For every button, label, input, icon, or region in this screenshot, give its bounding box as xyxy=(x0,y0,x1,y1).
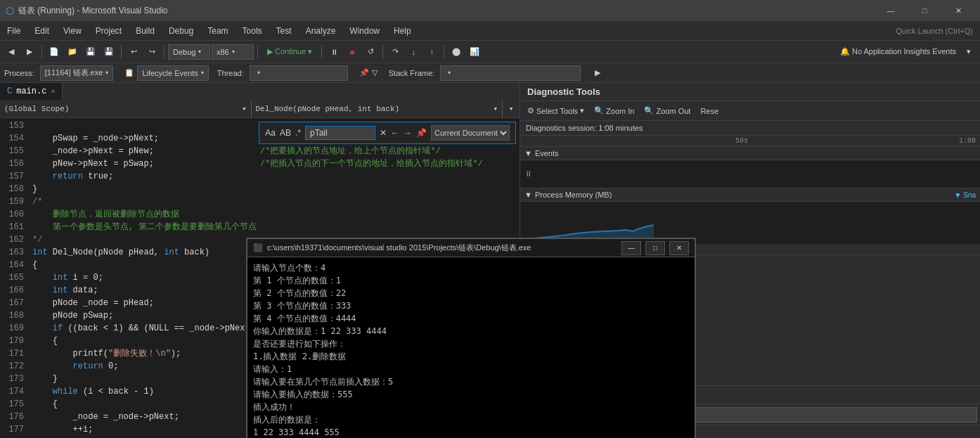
app-icon: ⬡ xyxy=(6,5,14,16)
step-into-button[interactable]: ↓ xyxy=(405,44,422,60)
select-tools-button[interactable]: ⚙ Select Tools ▾ xyxy=(524,103,587,119)
thread-label: Thread: xyxy=(217,69,244,77)
window-controls: — □ ✕ xyxy=(875,0,974,21)
diagnostics-header: Diagnostic Tools xyxy=(520,83,980,101)
platform-label: x86 xyxy=(217,48,229,56)
tab-main-c[interactable]: C main.c ✕ xyxy=(0,83,63,100)
expand-editor-button[interactable]: ▾ xyxy=(503,101,520,117)
perf-button[interactable]: 📊 xyxy=(466,44,483,60)
step-out-button[interactable]: ↑ xyxy=(423,44,440,60)
events-area: ⏸ xyxy=(520,160,980,188)
pin-find-icon[interactable]: 📌 xyxy=(416,128,427,138)
debug-mode-dropdown[interactable]: Debug ▾ xyxy=(168,44,210,60)
process-memory-label: Process Memory (MB) xyxy=(535,191,612,199)
debug-bar: Process: [11164] 链表.exe ▾ 📋 Lifecycle Ev… xyxy=(0,63,980,83)
maximize-button[interactable]: □ xyxy=(908,0,941,21)
menu-test[interactable]: Test xyxy=(269,21,299,41)
find-input[interactable] xyxy=(305,126,375,140)
console-content[interactable]: 请输入节点个数：4第 1 个节点的数值：1第 2 个节点的数值：22第 3 个节… xyxy=(247,257,695,438)
editor-header: (Global Scope) ▾ Del_Node(pNode pHead, i… xyxy=(0,100,520,118)
reset-label: Rese xyxy=(700,107,718,115)
separator-4 xyxy=(257,45,258,59)
timeline-labels: 50s 1:00 xyxy=(520,136,980,147)
open-file-button[interactable]: 📁 xyxy=(64,44,81,60)
title-bar: ⬡ 链表 (Running) - Microsoft Visual Studio… xyxy=(0,0,980,21)
zoom-in-button[interactable]: 🔍 Zoom In xyxy=(591,103,637,119)
zoom-out-label: Zoom Out xyxy=(656,107,690,115)
save-button[interactable]: 💾 xyxy=(82,44,99,60)
triangle-icon: ▼ xyxy=(524,191,532,199)
redo-button[interactable]: ↪ xyxy=(143,44,160,60)
pause-button[interactable]: ⏸ xyxy=(325,44,342,60)
separator-7 xyxy=(444,45,444,59)
reset-zoom-button[interactable]: Rese xyxy=(697,103,721,119)
zoom-out-icon: 🔍 xyxy=(644,106,654,115)
ab-button[interactable]: AB xyxy=(280,128,291,138)
scope-dropdown[interactable]: (Global Scope) ▾ xyxy=(0,100,252,118)
menu-window[interactable]: Window xyxy=(342,21,387,41)
stop-button[interactable]: ■ xyxy=(344,44,361,60)
session-text: Diagnostics session: 1:08 minutes xyxy=(526,124,643,132)
step-over-button[interactable]: ↷ xyxy=(387,44,404,60)
console-maximize-button[interactable]: □ xyxy=(645,241,665,255)
insights-settings[interactable]: ▾ xyxy=(960,44,977,60)
new-file-button[interactable]: 📄 xyxy=(46,44,63,60)
debug-mode-label: Debug xyxy=(173,48,195,56)
filter-icon: ▽ xyxy=(372,68,378,77)
scope-select[interactable]: Current Document xyxy=(431,125,510,141)
console-close-button[interactable]: ✕ xyxy=(669,241,689,255)
menu-build[interactable]: Build xyxy=(129,21,162,41)
menu-view[interactable]: View xyxy=(56,21,89,41)
menu-debug[interactable]: Debug xyxy=(162,21,200,41)
time-100-label: 1:00 xyxy=(959,137,976,145)
process-memory-header[interactable]: ▼ Process Memory (MB) ▼ Sna xyxy=(520,188,980,202)
events-section-header[interactable]: ▼ Events xyxy=(520,147,980,160)
stackframe-dropdown[interactable]: ▾ xyxy=(440,65,581,81)
menu-team[interactable]: Team xyxy=(200,21,235,41)
code-editor: C main.c ✕ (Global Scope) ▾ Del_Node(pNo… xyxy=(0,83,520,438)
function-dropdown[interactable]: Del_Node(pNode pHead, int back) ▾ xyxy=(252,100,503,118)
breakpoint-button[interactable]: ⬤ xyxy=(448,44,465,60)
tab-close-button[interactable]: ✕ xyxy=(51,87,55,96)
aa-button[interactable]: Aa xyxy=(265,128,276,138)
session-label: Diagnostics session: 1:08 minutes xyxy=(520,121,980,136)
zoom-in-label: Zoom In xyxy=(606,107,634,115)
snapshot-label: ▼ Sna xyxy=(955,191,976,199)
menu-analyze[interactable]: Analyze xyxy=(299,21,343,41)
close-button[interactable]: ✕ xyxy=(942,0,974,21)
restart-button[interactable]: ↺ xyxy=(362,44,379,60)
platform-dropdown[interactable]: x86 ▾ xyxy=(212,44,254,60)
menu-tools[interactable]: Tools xyxy=(236,21,269,41)
menu-file[interactable]: File xyxy=(0,21,27,41)
regex-button[interactable]: .* xyxy=(295,128,301,138)
find-next-icon[interactable]: → xyxy=(404,128,412,138)
lifecycle-dropdown[interactable]: Lifecycle Events ▾ xyxy=(137,65,208,81)
expand-button[interactable]: ▶ xyxy=(589,65,606,82)
time-50s-label: 50s xyxy=(735,137,748,145)
find-bar: Aa AB .* ✕ ← → 📌 Current Document xyxy=(259,122,516,144)
continue-button[interactable]: ▶ Continue ▾ xyxy=(262,44,318,60)
find-prev-icon[interactable]: ← xyxy=(391,128,399,138)
process-dropdown[interactable]: [11164] 链表.exe ▾ xyxy=(40,65,114,81)
separator-1 xyxy=(41,45,42,59)
minimize-button[interactable]: — xyxy=(875,0,907,21)
pin-icon: 📌 xyxy=(359,68,369,77)
thread-dropdown[interactable]: ▾ xyxy=(250,65,348,81)
console-title: c:\users\h19371\documents\visual studio … xyxy=(267,243,617,253)
close-find-icon[interactable]: ✕ xyxy=(380,128,387,138)
save-all-button[interactable]: 💾 xyxy=(101,44,117,60)
diagnostics-title: Diagnostic Tools xyxy=(527,86,600,97)
zoom-out-button[interactable]: 🔍 Zoom Out xyxy=(641,103,693,119)
menu-help[interactable]: Help xyxy=(387,21,418,41)
console-minimize-button[interactable]: — xyxy=(621,241,641,255)
separator-2 xyxy=(121,45,122,59)
menu-edit[interactable]: Edit xyxy=(27,21,56,41)
undo-button[interactable]: ↩ xyxy=(125,44,142,60)
forward-button[interactable]: ▶ xyxy=(21,44,38,60)
chevron-down-icon: ▾ xyxy=(105,70,108,76)
zoom-in-icon: 🔍 xyxy=(594,106,604,115)
tab-filename: main.c xyxy=(16,86,46,96)
quick-launch[interactable]: Quick Launch (Ctrl+Q) xyxy=(889,21,980,41)
menu-project[interactable]: Project xyxy=(89,21,129,41)
back-button[interactable]: ◀ xyxy=(3,44,20,60)
